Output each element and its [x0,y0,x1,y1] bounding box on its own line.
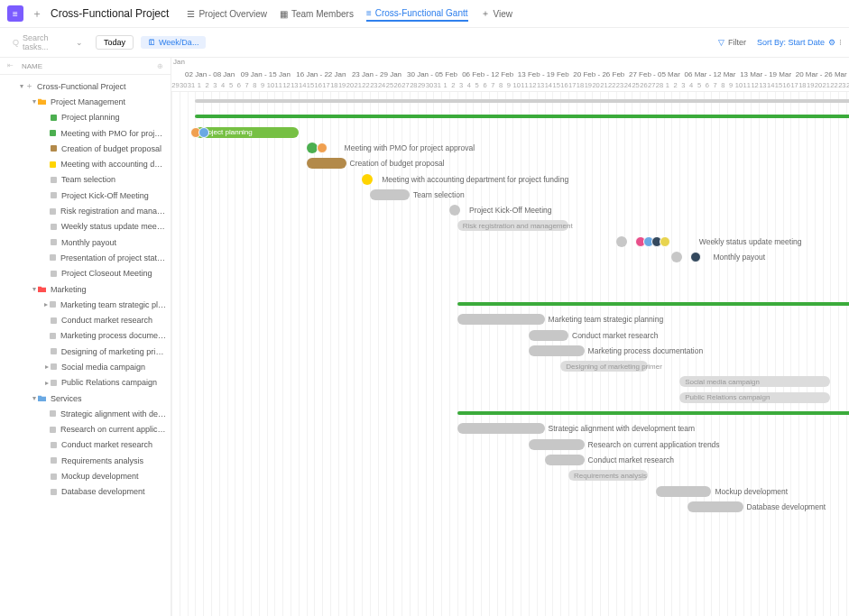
tree-row[interactable]: Strategic alignment with develop... [0,406,171,421]
tree-row[interactable]: Database development [0,484,171,500]
app-logo[interactable]: ≡ [7,5,23,22]
tree-row[interactable]: Risk registration and management [0,203,171,218]
tree-row[interactable]: Mockup development [0,468,171,483]
day-label: 2 [671,81,679,92]
scale-selector[interactable]: 🗓 Week/Da... [141,36,206,49]
task-bar[interactable] [370,189,410,200]
tab-overview[interactable]: ☰Project Overview [187,5,267,22]
day-label: 14 [767,81,775,92]
task-label: Meeting with accounting department for p… [382,175,568,184]
tab-add-view[interactable]: ＋View [481,5,513,22]
gantt-body[interactable]: Project planningMeeting with PMO for pro… [171,92,849,616]
tree-row[interactable]: Marketing [0,281,171,297]
tree-row[interactable]: Conduct market research [0,312,171,327]
tree-row[interactable]: Monthly payout [0,234,171,250]
task-bar[interactable]: Requirements analysis [568,470,648,481]
status-icon [51,224,57,230]
task-bar[interactable] [529,439,585,450]
expand-arrow-icon[interactable] [31,285,38,293]
task-bar[interactable]: Social media campaign [679,376,830,387]
expand-arrow-icon[interactable] [18,82,25,90]
task-bar[interactable] [545,455,585,465]
task-label: Project Management [51,97,125,106]
tree-row[interactable]: Presentation of project status re... [0,250,171,265]
tree-row[interactable]: Meeting with PMO for project a... [0,125,171,141]
expand-arrow-icon[interactable] [31,97,38,106]
task-bar[interactable] [457,423,545,434]
task-label: Creation of budget proposal [61,144,161,153]
chevron-down-icon: ⌄ [76,38,83,47]
summary-bar[interactable] [195,99,849,103]
task-bar[interactable]: Project planning [195,127,298,138]
expand-arrow-icon[interactable] [43,379,51,387]
tree-row[interactable]: ＋Cross-Functional Project [0,78,171,94]
tree-row[interactable]: Requirements analysis [0,453,171,468]
tree-row[interactable]: Project Closeout Meeting [0,266,171,281]
tree-row[interactable]: Creation of budget proposal [0,141,171,156]
tree-row[interactable]: Marketing process documentation [0,328,171,344]
task-bar[interactable] [307,158,346,169]
sort-button[interactable]: Sort By: Start Date ⚙ ⁝ [757,38,842,47]
summary-bar[interactable] [195,115,849,118]
day-label: 7 [489,81,497,92]
tree-row[interactable]: Conduct market research [0,437,171,453]
tab-gantt[interactable]: ≡Cross-Functional Gantt [366,5,468,22]
milestone-icon[interactable] [616,236,627,247]
tree-row[interactable]: Team selection [0,172,171,188]
task-bar[interactable] [656,486,712,497]
gantt-row: Mockup development [171,484,849,500]
gantt-icon: ≡ [366,8,372,18]
expand-arrow-icon[interactable] [43,363,51,371]
tree-row[interactable]: Project Management [0,94,171,109]
task-label: Marketing process documentation [588,346,704,355]
tree-row[interactable]: Project planning [0,110,171,125]
summary-bar[interactable] [457,411,849,415]
task-bar[interactable] [688,501,743,512]
tab-members[interactable]: ▦Team Members [280,5,354,22]
tree-row[interactable]: Social media campaign [0,359,171,374]
status-icon [51,380,57,386]
task-bar[interactable]: Designing of marketing primer [560,361,648,372]
task-bar[interactable]: Risk registration and management [457,220,568,231]
plus-icon: ＋ [481,7,490,20]
today-button[interactable]: Today [96,35,134,50]
expand-arrow-icon[interactable] [31,394,38,402]
milestone-icon[interactable] [671,252,682,262]
day-label: 11 [521,81,529,92]
tree-row[interactable]: Services [0,391,171,406]
expand-arrow-icon[interactable] [43,300,50,308]
task-bar[interactable]: Public Relations campaign [679,392,830,403]
filter-button[interactable]: ▽ Filter [718,38,746,47]
milestone-icon[interactable] [307,143,318,153]
day-label: 22 [608,81,616,92]
task-label: Conduct market research [572,331,658,340]
day-label: 5 [696,81,704,92]
task-bar[interactable] [529,345,585,356]
task-label: Project Closeout Meeting [61,269,152,278]
tree-row[interactable]: Weekly status update meeting [0,219,171,234]
gantt-row: Weekly status update meeting [171,234,849,250]
summary-bar[interactable] [457,302,849,306]
task-label: Social media campaign [61,363,145,372]
week-label: 02 Jan - 08 Jan [182,70,238,81]
tree-row[interactable]: Project Kick-Off Meeting [0,188,171,203]
add-column-icon[interactable]: ⊕ [157,62,163,70]
add-icon[interactable]: ＋ [31,7,43,20]
collapse-icon[interactable]: ⇤ [7,61,16,70]
task-bar[interactable] [457,314,545,325]
tree-row[interactable]: Meeting with accounting depart... [0,156,171,171]
week-label: 30 Jan - 05 Feb [404,70,460,81]
day-label: 4 [688,81,696,92]
tree-row[interactable]: Public Relations campaign [0,375,171,391]
tree-row[interactable]: Research on current application ... [0,422,171,437]
tree-row[interactable]: Designing of marketing primer [0,344,171,359]
search-input[interactable]: Q Search tasks... ⌄ [7,32,88,53]
task-label: Mockup development [61,472,139,481]
milestone-icon[interactable] [362,174,373,185]
day-label: 1 [663,81,671,92]
tree-row[interactable]: Marketing team strategic planning [0,297,171,312]
milestone-icon[interactable] [449,205,460,216]
gantt-chart[interactable]: Jan 02 Jan - 08 Jan09 Jan - 15 Jan16 Jan… [171,58,849,616]
gantt-row [171,109,849,124]
task-bar[interactable] [529,330,568,341]
